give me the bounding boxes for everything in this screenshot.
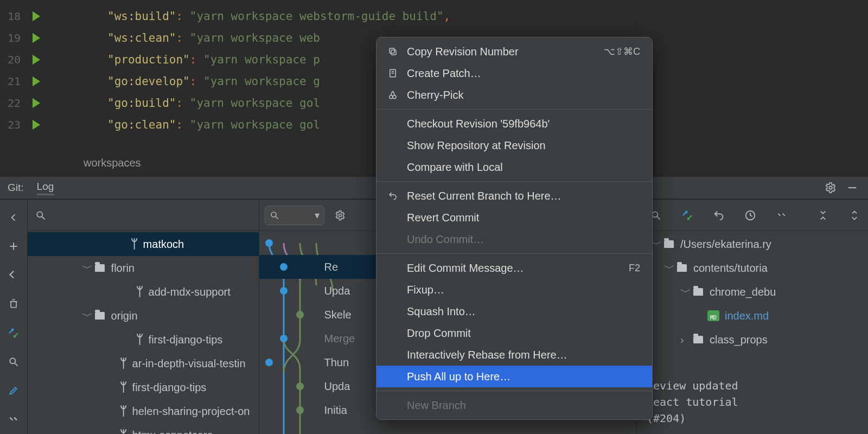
menu-reset-to-here[interactable]: Reset Current Branch to Here… <box>376 185 652 207</box>
cherry-icon <box>386 90 399 100</box>
search-icon[interactable] <box>4 353 23 371</box>
line-number: 18 <box>0 10 25 23</box>
svg-line-8 <box>15 363 17 366</box>
log-filter-input[interactable]: ▾ <box>265 206 324 225</box>
branch-item[interactable]: ᛘadd-mdx-support <box>28 280 259 304</box>
svg-point-0 <box>829 186 832 189</box>
fetch-icon[interactable] <box>679 207 695 224</box>
svg-line-12 <box>276 216 278 219</box>
back-icon[interactable] <box>4 208 23 226</box>
history-icon[interactable] <box>742 207 758 224</box>
svg-rect-17 <box>391 50 396 55</box>
svg-point-23 <box>393 95 396 99</box>
svg-point-14 <box>652 212 658 217</box>
gear-icon[interactable] <box>822 180 839 196</box>
branch-icon: ᛘ <box>136 286 143 298</box>
menu-create-patch[interactable]: Create Patch… <box>376 62 652 84</box>
branch-icon: ᛘ <box>120 405 127 417</box>
branch-icon: ᛘ <box>120 429 127 434</box>
folder-icon <box>95 264 105 272</box>
branch-item[interactable]: ᛘfirst-django-tips <box>28 375 259 399</box>
menu-interactive-rebase[interactable]: Interactively Rebase from Here… <box>376 344 652 366</box>
undo-icon[interactable] <box>711 207 727 224</box>
minimize-icon[interactable] <box>844 180 860 196</box>
gear-icon[interactable] <box>332 207 348 224</box>
menu-fixup[interactable]: Fixup… <box>376 279 652 301</box>
branch-item[interactable]: ᛘmatkoch <box>28 232 259 256</box>
plus-icon[interactable] <box>4 237 23 255</box>
run-icon[interactable] <box>33 120 40 130</box>
svg-point-22 <box>390 95 393 99</box>
branch-folder-origin[interactable]: ﹀origin <box>28 304 259 328</box>
breadcrumb[interactable]: workspaces <box>84 157 141 169</box>
line-number: 22 <box>0 97 25 110</box>
svg-point-7 <box>10 358 15 363</box>
branch-folder-florin[interactable]: ﹀florin <box>28 256 259 280</box>
tab-log[interactable]: Log <box>37 181 54 195</box>
edit-icon[interactable] <box>4 382 23 400</box>
line-number: 19 <box>0 31 25 44</box>
tool-window-left-strip <box>0 200 28 434</box>
branches-panel: ᛘmatkoch ﹀florin ᛘadd-mdx-support ﹀origi… <box>28 200 259 434</box>
delete-icon[interactable] <box>4 295 23 313</box>
menu-drop-commit[interactable]: Drop Commit <box>376 322 652 344</box>
branch-item[interactable]: ᛘar-in-depth-visual-testin <box>28 352 259 375</box>
changed-files-tree[interactable]: ﹀/Users/ekaterina.ry ﹀contents/tutoria ﹀… <box>637 231 868 370</box>
branch-item[interactable]: ᛘfirst-django-tips <box>28 328 259 352</box>
menu-cherry-pick[interactable]: Cherry-Pick <box>376 84 652 106</box>
folder-icon <box>664 240 674 248</box>
folder-icon <box>693 288 703 296</box>
more-icon[interactable] <box>4 411 23 429</box>
editor-gutter: 18 19 20 21 22 23 <box>0 0 59 149</box>
folder-icon <box>677 264 687 272</box>
menu-undo-commit: Undo Commit… <box>376 228 652 250</box>
run-icon[interactable] <box>33 55 40 65</box>
branch-icon: ᛘ <box>120 381 127 393</box>
patch-icon <box>386 68 399 78</box>
run-icon[interactable] <box>33 98 40 108</box>
menu-push-all-up-to-here[interactable]: Push All up to Here… <box>376 366 652 387</box>
expand-icon[interactable] <box>815 207 831 224</box>
menu-show-repo-at-revision[interactable]: Show Repository at Revision <box>376 135 652 156</box>
file-leaf[interactable]: MDindex.md <box>637 304 868 328</box>
file-tree-node[interactable]: ﹀chrome_debu <box>637 280 868 304</box>
menu-copy-revision[interactable]: Copy Revision Number⌥⇧⌘C <box>376 41 652 62</box>
file-tree-root[interactable]: ﹀/Users/ekaterina.ry <box>637 232 868 256</box>
menu-new-branch[interactable]: New Branch <box>376 394 652 416</box>
run-icon[interactable] <box>33 76 40 86</box>
incoming-icon[interactable] <box>4 266 23 284</box>
run-icon[interactable] <box>33 11 40 21</box>
more-icon[interactable] <box>774 207 790 224</box>
fetch-icon[interactable] <box>4 324 23 342</box>
svg-rect-4 <box>11 302 16 308</box>
branch-item[interactable]: ᛘhelen-sharing-project-on <box>28 399 259 423</box>
menu-checkout-revision[interactable]: Checkout Revision '59fb964b' <box>376 113 652 135</box>
menu-edit-commit-message[interactable]: Edit Commit Message…F2 <box>376 257 652 279</box>
file-tree-node[interactable]: ﹀contents/tutoria <box>637 256 868 280</box>
collapse-icon[interactable] <box>846 207 863 224</box>
line-number: 20 <box>0 53 25 66</box>
markdown-file-icon: MD <box>707 310 719 321</box>
menu-revert-commit[interactable]: Revert Commit <box>376 207 652 228</box>
details-toolbar <box>637 200 868 231</box>
branch-item[interactable]: ᛘhtmx-aspnetcore <box>28 423 259 434</box>
commit-summary: Review updated React tutorial (#204) <box>637 370 868 434</box>
reset-icon <box>386 191 399 201</box>
menu-squash-into[interactable]: Squash Into… <box>376 301 652 322</box>
context-menu[interactable]: Copy Revision Number⌥⇧⌘C Create Patch… C… <box>376 37 653 420</box>
svg-point-9 <box>37 212 42 217</box>
svg-rect-18 <box>390 48 394 53</box>
line-number: 23 <box>0 118 25 131</box>
svg-line-10 <box>42 216 44 219</box>
branch-icon: ᛘ <box>136 334 143 346</box>
svg-line-15 <box>658 216 660 219</box>
run-icon[interactable] <box>33 33 40 43</box>
file-tree-node[interactable]: ›class_props <box>637 328 868 352</box>
menu-compare-with-local[interactable]: Compare with Local <box>376 156 652 178</box>
branch-tree[interactable]: ᛘmatkoch ﹀florin ᛘadd-mdx-support ﹀origi… <box>28 231 259 434</box>
branch-icon: ᛘ <box>120 358 127 369</box>
branch-search-input[interactable] <box>35 205 251 226</box>
branch-search-row <box>28 200 259 231</box>
folder-icon <box>693 336 703 343</box>
line-number: 21 <box>0 75 25 88</box>
